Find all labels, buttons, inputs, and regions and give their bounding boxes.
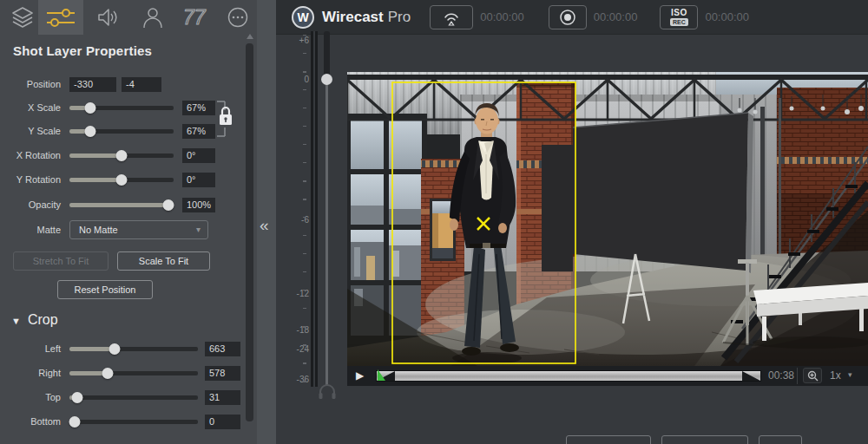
rec-badge: REC bbox=[670, 18, 688, 26]
playhead-marker[interactable] bbox=[378, 369, 385, 381]
chevron-down-icon: ▾ bbox=[196, 221, 201, 238]
scale-to-fit-button[interactable]: Scale To Fit bbox=[117, 251, 210, 271]
opacity-value[interactable]: 100% bbox=[182, 198, 215, 212]
position-label: Position bbox=[0, 79, 61, 89]
transition-cut-button[interactable]: Cut bbox=[566, 435, 651, 444]
slider-thumb[interactable] bbox=[85, 126, 96, 137]
transition-smooth-button[interactable]: Smooth bbox=[661, 435, 748, 444]
crop-left-slider[interactable] bbox=[69, 341, 198, 356]
volume-slider-track[interactable] bbox=[324, 31, 330, 76]
crop-section-header[interactable]: ▼Crop bbox=[11, 312, 58, 328]
x-scale-value[interactable]: 67% bbox=[182, 101, 215, 115]
position-row: Position -330 -4 bbox=[0, 76, 252, 92]
slider-thumb[interactable] bbox=[71, 392, 82, 403]
wirecast-logo: W bbox=[292, 6, 314, 29]
slider-thumb[interactable] bbox=[85, 102, 96, 114]
crop-left-value[interactable]: 663 bbox=[205, 342, 240, 356]
headphones-icon[interactable] bbox=[317, 382, 338, 400]
y-scale-value[interactable]: 67% bbox=[182, 124, 215, 139]
crop-left-label: Left bbox=[0, 343, 61, 354]
crop-top-slider[interactable] bbox=[69, 389, 198, 405]
position-x-field[interactable]: -330 bbox=[69, 77, 116, 92]
crop-right-label: Right bbox=[0, 368, 61, 378]
x-rotation-slider[interactable] bbox=[69, 147, 174, 163]
vu-meter-bars bbox=[311, 31, 318, 387]
playback-speed[interactable]: 1x bbox=[830, 369, 841, 382]
play-button[interactable]: ▶ bbox=[356, 369, 364, 382]
go-button[interactable]: → bbox=[759, 435, 802, 444]
preview-video-frame bbox=[347, 72, 868, 366]
matte-selected-value: No Matte bbox=[79, 225, 118, 235]
transport-bar: ▶ 00:38 1x ▾ bbox=[347, 366, 868, 386]
x-scale-slider[interactable] bbox=[69, 100, 174, 115]
replay-77-icon: 77 bbox=[181, 6, 207, 29]
magnifier-plus-icon bbox=[807, 370, 819, 382]
slider-track bbox=[69, 395, 198, 400]
panel-divider: « bbox=[257, 0, 276, 444]
matte-row: Matte No Matte ▾ bbox=[0, 222, 252, 238]
shot-layer-properties-panel: 77 Shot Layer Properties Position -330 -… bbox=[0, 0, 257, 444]
volume-slider-thumb[interactable] bbox=[321, 74, 332, 85]
crop-right-value[interactable]: 578 bbox=[205, 366, 240, 381]
matte-dropdown[interactable]: No Matte ▾ bbox=[69, 220, 208, 239]
volume-slider-track-lower[interactable] bbox=[326, 76, 328, 385]
collapse-panel-button[interactable]: « bbox=[260, 216, 269, 235]
panel-scrollbar[interactable] bbox=[246, 43, 253, 421]
reset-position-button[interactable]: Reset Position bbox=[57, 280, 153, 299]
crop-left-row: Left 663 bbox=[0, 341, 252, 356]
y-rotation-slider[interactable] bbox=[69, 172, 174, 187]
slider-track bbox=[69, 347, 198, 351]
scrubber-track[interactable] bbox=[376, 370, 761, 382]
opacity-slider[interactable] bbox=[69, 197, 174, 212]
app-edition: Pro bbox=[388, 9, 411, 26]
crop-right-slider[interactable] bbox=[69, 365, 198, 381]
position-y-field[interactable]: -4 bbox=[122, 77, 161, 92]
y-rotation-value[interactable]: 0° bbox=[182, 173, 215, 187]
slider-track bbox=[69, 203, 174, 207]
scale-lock-icon[interactable] bbox=[214, 97, 240, 140]
speed-caret-icon[interactable]: ▾ bbox=[848, 370, 852, 379]
slider-thumb[interactable] bbox=[108, 343, 120, 355]
crop-bottom-value[interactable]: 0 bbox=[205, 415, 240, 429]
preview-area[interactable] bbox=[347, 72, 868, 366]
crop-top-row: Top 31 bbox=[0, 389, 252, 405]
titlebar: W Wirecast Pro 00:00:00 00: bbox=[276, 0, 868, 35]
scrollbar-up-arrow[interactable] bbox=[247, 34, 253, 39]
collapse-triangle-icon[interactable]: ▼ bbox=[11, 316, 21, 326]
stretch-to-fit-button[interactable]: Stretch To Fit bbox=[13, 251, 108, 271]
crop-bottom-slider[interactable] bbox=[69, 414, 198, 429]
matte-label: Matte bbox=[0, 225, 61, 235]
y-scale-slider[interactable] bbox=[69, 123, 174, 139]
slider-track bbox=[69, 371, 198, 375]
iso-record-button[interactable]: ISO REC bbox=[660, 5, 698, 29]
slider-thumb[interactable] bbox=[69, 416, 80, 428]
crop-top-label: Top bbox=[0, 392, 61, 402]
tab-replay[interactable]: 77 bbox=[172, 0, 217, 35]
transport-separator bbox=[797, 368, 798, 384]
tab-shot-layer-properties[interactable] bbox=[38, 0, 83, 35]
tab-more[interactable] bbox=[215, 0, 260, 35]
svg-text:77: 77 bbox=[183, 6, 207, 29]
stream-button[interactable] bbox=[430, 5, 473, 29]
timeline-zoom-button[interactable] bbox=[803, 368, 822, 383]
record-button[interactable] bbox=[549, 5, 587, 29]
main-stage: W Wirecast Pro 00:00:00 00: bbox=[276, 0, 868, 444]
slider-thumb[interactable] bbox=[163, 199, 174, 211]
iso-label: ISO bbox=[671, 9, 687, 17]
tab-audio[interactable] bbox=[85, 0, 130, 35]
record-timer: 00:00:00 bbox=[594, 10, 638, 23]
slider-thumb[interactable] bbox=[116, 150, 128, 161]
slider-thumb[interactable] bbox=[102, 368, 114, 379]
crop-top-value[interactable]: 31 bbox=[205, 390, 240, 405]
tab-presenter[interactable] bbox=[130, 0, 175, 35]
x-rotation-value[interactable]: 0° bbox=[182, 148, 215, 163]
crop-title: Crop bbox=[28, 312, 58, 327]
wirecast-window: 77 Shot Layer Properties Position -330 -… bbox=[0, 0, 868, 444]
fade-out-handle[interactable] bbox=[742, 371, 760, 381]
x-rotation-row: X Rotation 0° bbox=[0, 147, 252, 163]
panel-toolbar: 77 bbox=[0, 0, 257, 35]
speaker-icon bbox=[96, 6, 119, 29]
record-icon bbox=[558, 8, 577, 27]
slider-thumb[interactable] bbox=[116, 174, 128, 186]
app-name: Wirecast bbox=[322, 9, 384, 26]
